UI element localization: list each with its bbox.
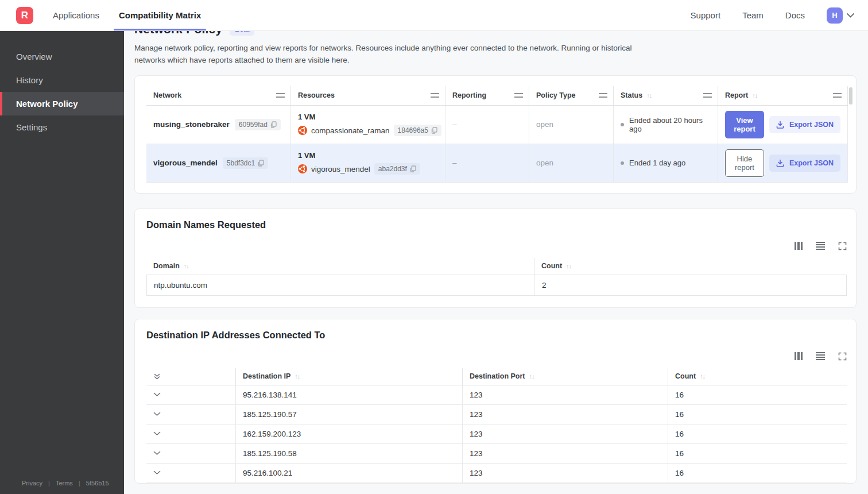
column-header-resources[interactable]: Resources — [291, 86, 445, 105]
row-expander-cell[interactable] — [146, 405, 236, 424]
download-icon — [776, 121, 784, 129]
column-header-reporting[interactable]: Reporting — [445, 86, 529, 105]
networks-card: Network Resources Reporting Policy Type … — [134, 75, 857, 194]
column-header-domain[interactable]: Domain ↑↓ — [146, 258, 534, 275]
column-menu-icon[interactable] — [833, 93, 842, 98]
sort-icon[interactable]: ↑↓ — [184, 263, 189, 269]
resource-id: 184696a5 — [398, 126, 428, 134]
sort-icon[interactable]: ↑↓ — [529, 373, 534, 380]
ips-table-header: Destination IP ↑↓ Destination Port ↑↓ Co… — [146, 368, 847, 385]
network-id: 60959fad — [239, 121, 268, 129]
destination-ip-cell: 185.125.190.57 — [236, 405, 463, 424]
status-dot-icon — [621, 123, 624, 126]
column-header-domain-label: Domain — [153, 262, 180, 270]
sort-icon[interactable]: ↑↓ — [566, 263, 571, 269]
nav-tab-compatibility-matrix[interactable]: Compatibility Matrix — [119, 0, 201, 30]
destination-ip-cell: 95.216.100.21 — [236, 464, 463, 483]
status-dot-icon — [621, 161, 624, 165]
column-header-count[interactable]: Count ↑↓ — [668, 368, 847, 385]
export-json-button[interactable]: Export JSON — [769, 116, 840, 133]
download-icon — [776, 159, 784, 167]
column-header-status[interactable]: Status ↑↓ — [614, 86, 718, 105]
row-expander-cell[interactable] — [146, 464, 236, 483]
rows-icon[interactable] — [816, 242, 825, 250]
ubuntu-icon — [298, 164, 307, 173]
sort-icon[interactable]: ↑↓ — [752, 92, 757, 99]
hide-report-button[interactable]: Hide report — [725, 149, 764, 177]
status-text: Ended about 20 hours ago — [629, 116, 711, 133]
columns-icon[interactable] — [795, 352, 803, 360]
table-scrollbar-thumb[interactable] — [849, 87, 852, 105]
row-expander-cell[interactable] — [146, 424, 236, 443]
column-header-status-label: Status — [621, 91, 642, 99]
column-header-destination-port[interactable]: Destination Port ↑↓ — [463, 368, 668, 385]
column-menu-icon[interactable] — [276, 93, 285, 98]
domains-card: Domain Names Requested Domain ↑↓ Count ↑… — [134, 209, 857, 308]
column-menu-icon[interactable] — [431, 93, 439, 98]
user-menu[interactable]: H — [827, 7, 854, 24]
app-logo[interactable]: R — [16, 7, 33, 24]
sort-icon[interactable]: ↑↓ — [294, 373, 300, 380]
fullscreen-icon[interactable] — [838, 242, 847, 250]
sidebar-item-history-label: History — [16, 75, 43, 85]
reporting-cell: – — [445, 144, 529, 182]
chevron-down-icon[interactable] — [153, 412, 161, 416]
sort-icon[interactable]: ↑↓ — [646, 92, 652, 99]
nav-tab-applications[interactable]: Applications — [53, 0, 99, 30]
column-header-report-label: Report — [725, 91, 748, 99]
reporting-cell: – — [445, 106, 529, 144]
column-header-report[interactable]: Report ↑↓ — [718, 86, 848, 105]
sidebar-item-network-policy[interactable]: Network Policy — [0, 92, 124, 115]
chevron-down-icon[interactable] — [153, 451, 161, 456]
destination-ip-cell: 185.125.190.58 — [236, 444, 463, 463]
chevron-down-icon[interactable] — [153, 431, 161, 436]
fullscreen-icon[interactable] — [838, 352, 847, 361]
main-content: Network Policy Beta Manage network polic… — [124, 0, 868, 484]
sidebar-item-history[interactable]: History — [0, 68, 124, 92]
nav-link-docs[interactable]: Docs — [785, 10, 805, 20]
resource-id: aba2dd3f — [378, 165, 407, 173]
network-id: 5bdf3dc1 — [227, 159, 255, 167]
sidebar-item-settings[interactable]: Settings — [0, 115, 124, 139]
privacy-link[interactable]: Privacy — [22, 480, 42, 487]
column-menu-icon[interactable] — [703, 93, 712, 98]
copy-icon[interactable] — [410, 165, 416, 172]
column-menu-icon[interactable] — [599, 93, 607, 98]
sidebar-items: Overview History Network Policy Settings — [0, 31, 124, 139]
domains-toolbar — [146, 242, 847, 250]
avatar[interactable]: H — [827, 7, 843, 24]
copy-icon[interactable] — [258, 160, 264, 167]
resource-count: 1 VM — [298, 113, 441, 121]
double-chevron-down-icon[interactable] — [153, 373, 161, 380]
active-tab-indicator — [114, 29, 206, 30]
copy-icon[interactable] — [431, 127, 437, 134]
row-expander-cell[interactable] — [146, 444, 236, 463]
ip-row: 185.125.190.5812316 — [146, 444, 847, 464]
rows-icon[interactable] — [816, 352, 825, 360]
view-report-button[interactable]: View report — [725, 111, 764, 138]
sort-icon[interactable]: ↑↓ — [700, 373, 705, 380]
count-cell: 16 — [668, 444, 847, 463]
column-menu-icon[interactable] — [514, 93, 523, 98]
copy-icon[interactable] — [270, 121, 277, 128]
destination-port-cell: 123 — [463, 385, 668, 404]
sidebar-item-settings-label: Settings — [16, 122, 47, 132]
sidebar: Overview History Network Policy Settings… — [0, 31, 124, 494]
resources-cell: 1 VM compassionate_raman 184696a5 — [291, 106, 445, 144]
sidebar-item-overview[interactable]: Overview — [0, 45, 124, 68]
columns-icon[interactable] — [795, 242, 803, 250]
chevron-down-icon[interactable] — [153, 470, 161, 475]
column-header-destination-ip[interactable]: Destination IP ↑↓ — [236, 368, 463, 385]
column-header-count[interactable]: Count ↑↓ — [534, 258, 847, 275]
chevron-down-icon[interactable] — [153, 392, 161, 397]
export-json-button[interactable]: Export JSON — [769, 155, 840, 172]
nav-link-support[interactable]: Support — [691, 10, 721, 20]
top-nav: R Applications Compatibility Matrix Supp… — [0, 0, 868, 31]
expand-all-header-cell[interactable] — [146, 368, 236, 385]
row-expander-cell[interactable] — [146, 385, 236, 404]
sidebar-footer: Privacy | Terms | 5f56b15 — [0, 480, 124, 494]
column-header-network[interactable]: Network — [146, 86, 291, 105]
nav-link-team[interactable]: Team — [742, 10, 764, 20]
terms-link[interactable]: Terms — [56, 480, 73, 487]
column-header-policy-type[interactable]: Policy Type — [529, 86, 614, 105]
